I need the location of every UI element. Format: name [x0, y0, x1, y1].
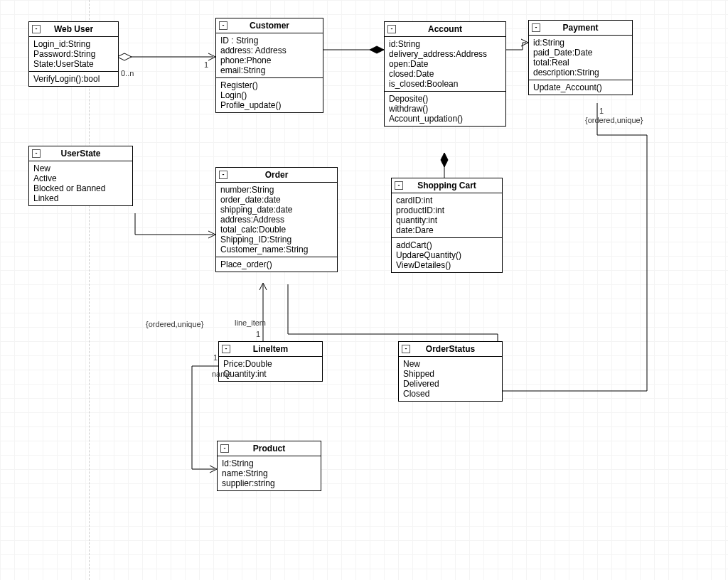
class-shopping-cart: -Shopping Cart cardID:intproductID:intqu… [391, 178, 503, 273]
guide-line [89, 0, 90, 580]
collapse-icon[interactable]: - [32, 149, 41, 158]
class-userstate: -UserState NewActiveBlocked or BannedLin… [28, 146, 133, 206]
collapse-icon[interactable]: - [532, 23, 540, 32]
class-payment: -Payment id:Stringpaid_Date:Datetotal:Re… [528, 20, 633, 95]
collapse-icon[interactable]: - [222, 345, 230, 353]
class-title: Product [253, 444, 285, 453]
class-lineitem: -LineItem Price:DoubleQuantity:int [218, 341, 323, 382]
multiplicity-label: 1 [256, 330, 260, 338]
collapse-icon[interactable]: - [387, 25, 396, 33]
class-web-user: -Web User Login_id:StringPassword:String… [28, 21, 119, 87]
assoc-label: line_item [235, 318, 266, 327]
class-account: -Account id:Stringdelivery_address:Addre… [384, 21, 506, 127]
diagram-canvas: -Web User Login_id:StringPassword:String… [0, 0, 728, 580]
class-title: Account [428, 24, 462, 34]
collapse-icon[interactable]: - [219, 171, 228, 179]
collapse-icon[interactable]: - [402, 345, 410, 353]
assoc-label: name [212, 370, 232, 378]
constraint-label: {ordered,unique} [146, 320, 203, 328]
collapse-icon[interactable]: - [395, 181, 403, 190]
class-title: Customer [250, 21, 289, 31]
svg-marker-1 [117, 53, 132, 60]
multiplicity-label: 1 [599, 107, 604, 115]
class-title: Web User [54, 24, 93, 34]
svg-marker-3 [370, 46, 384, 53]
class-order: -Order number:Stringorder_date:dateshipp… [215, 167, 338, 272]
class-title: LineItem [253, 344, 288, 354]
class-title: Order [265, 170, 289, 180]
collapse-icon[interactable]: - [32, 25, 41, 33]
svg-marker-5 [441, 153, 448, 167]
constraint-label: {ordered,unique} [585, 116, 643, 124]
collapse-icon[interactable]: - [219, 21, 228, 30]
class-title: Payment [562, 23, 598, 33]
multiplicity-label: 1 [204, 60, 208, 69]
class-customer: -Customer ID : Stringaddress: Addresspho… [215, 18, 323, 113]
multiplicity-label: 1 [213, 353, 218, 362]
class-product: -Product Id:Stringname:Stringsupplier:st… [217, 441, 321, 491]
class-orderstatus: -OrderStatus NewShippedDeliveredClosed [398, 341, 503, 402]
class-title: OrderStatus [426, 344, 475, 354]
class-title: UserState [60, 149, 100, 159]
multiplicity-label: 0..n [121, 69, 134, 77]
collapse-icon[interactable]: - [220, 444, 229, 453]
class-title: Shopping Cart [417, 181, 476, 190]
